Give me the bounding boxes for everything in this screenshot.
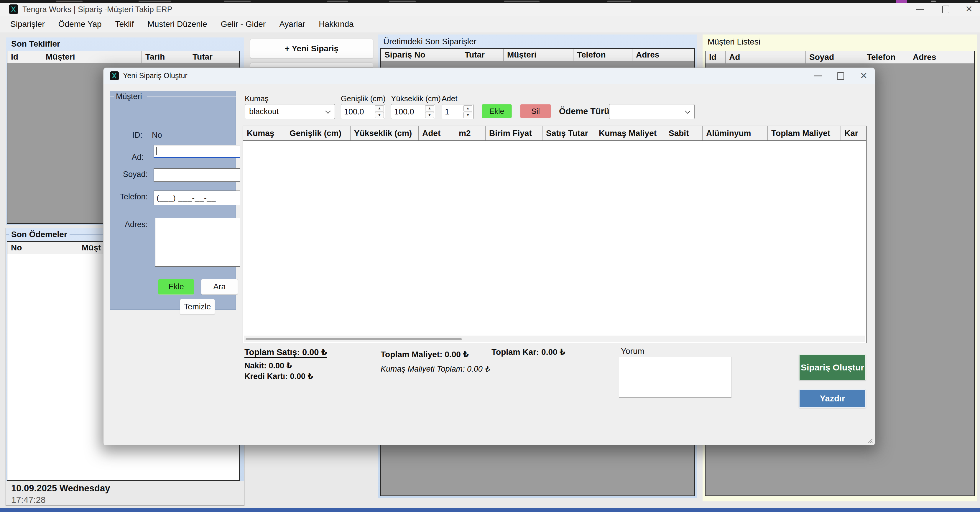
dialog-maximize-button[interactable] <box>831 69 850 82</box>
strip-smudge <box>138 1 171 2</box>
soyad-input[interactable] <box>154 168 240 182</box>
adres-label: Adres: <box>116 220 148 229</box>
musteri-ekle-button[interactable]: Ekle <box>158 279 194 295</box>
musteri-group-title: Müşteri <box>116 92 142 101</box>
telefon-label: Telefon: <box>114 192 148 201</box>
window-title: Tengra Works | Sipariş -Müşteri Takip ER… <box>22 5 172 14</box>
scrollbar-thumb[interactable] <box>246 338 462 340</box>
col-header[interactable]: Ad <box>725 51 806 64</box>
menu-odeme-yap[interactable]: Ödeme Yap <box>52 16 108 32</box>
adet-value: 1 <box>445 107 449 116</box>
menu-musteri-duzenle[interactable]: Musteri Düzenle <box>141 16 214 32</box>
col-header[interactable]: Id <box>706 51 725 64</box>
minimize-icon <box>916 9 924 10</box>
strip-smudge <box>224 1 251 2</box>
menu-ayarlar[interactable]: Ayarlar <box>272 16 312 32</box>
taskbar[interactable] <box>0 508 980 512</box>
col-header[interactable]: Id <box>7 51 42 63</box>
col-header[interactable]: Yükseklik (cm) <box>350 126 418 140</box>
col-header[interactable]: Soyad <box>806 51 863 64</box>
col-header[interactable]: No <box>7 242 78 254</box>
close-button[interactable]: ✕ <box>960 3 979 16</box>
yukseklik-value: 100.0 <box>394 107 414 116</box>
dialog-close-button[interactable]: ✕ <box>855 69 873 82</box>
kumas-combobox[interactable]: blackout <box>245 104 335 119</box>
yukseklik-spinner[interactable]: 100.0 ▲▼ <box>391 104 435 119</box>
col-header[interactable]: Sabit <box>665 126 703 140</box>
adres-textarea[interactable] <box>155 218 240 267</box>
menu-hakkinda[interactable]: Hakkında <box>312 16 360 32</box>
maximize-button[interactable] <box>936 3 955 16</box>
musteri-groupbox: Müşteri ID: No Ad: Soyad: Telefon: (___)… <box>110 91 236 310</box>
musteri-ara-button[interactable]: Ara <box>201 279 238 295</box>
spin-up-icon[interactable]: ▲ <box>425 105 434 112</box>
panel-title-uretimdeki: Üretimdeki Son Siparişler <box>383 37 476 46</box>
spin-down-icon[interactable]: ▼ <box>463 112 473 118</box>
genislik-spinner[interactable]: 100.0 ▲▼ <box>341 104 385 119</box>
dialog-minimize-button[interactable] <box>808 69 827 82</box>
background-close-icon <box>975 1 978 2</box>
temizle-button[interactable]: Temizle <box>180 299 215 315</box>
kumas-label: Kumaş <box>245 94 269 103</box>
col-header[interactable]: Telefon <box>573 49 632 61</box>
partial-button[interactable] <box>250 62 373 67</box>
col-header[interactable]: Sipariş No <box>381 49 461 61</box>
odeme-turu-combobox[interactable] <box>609 104 695 119</box>
col-header[interactable]: Satış Tutar <box>542 126 595 140</box>
col-header[interactable]: Birim Fiyat <box>485 126 542 140</box>
col-header[interactable]: Genişlik (cm) <box>286 126 350 140</box>
odeme-turu-label: Ödeme Türü <box>559 107 609 116</box>
kumas-value: blackout <box>249 107 279 116</box>
genislik-label: Genişlik (cm) <box>341 94 386 103</box>
spin-down-icon[interactable]: ▼ <box>375 112 384 118</box>
adet-spinner[interactable]: 1 ▲▼ <box>442 104 474 119</box>
close-icon: ✕ <box>860 70 867 81</box>
menu-siparisler[interactable]: Siparişler <box>3 16 52 32</box>
col-header[interactable]: Kumaş <box>243 126 286 140</box>
id-value: No <box>152 131 162 140</box>
text-caret <box>156 147 157 155</box>
grid-horizontal-scrollbar[interactable] <box>244 336 865 342</box>
row-ekle-button[interactable]: Ekle <box>482 104 512 118</box>
ad-label: Ad: <box>119 153 143 162</box>
telefon-input[interactable]: (___) ___-__-__ <box>154 191 240 205</box>
yazdir-button[interactable]: Yazdır <box>799 389 866 408</box>
chevron-down-icon <box>685 108 690 113</box>
resize-grip[interactable] <box>867 437 873 443</box>
minimize-button[interactable] <box>910 3 929 16</box>
col-header[interactable]: Kar <box>841 126 866 140</box>
col-header[interactable]: Adet <box>418 126 455 140</box>
col-header[interactable]: Tarih <box>142 51 189 63</box>
col-header[interactable]: Kumaş Maliyet <box>595 126 665 140</box>
col-header[interactable]: Müşteri <box>42 51 142 63</box>
new-order-button[interactable]: + Yeni Sipariş <box>250 38 373 59</box>
col-header[interactable]: Toplam Maliyet <box>768 126 841 140</box>
row-sil-button[interactable]: Sil <box>520 104 551 118</box>
strip-smudge <box>56 1 83 2</box>
menu-teklif[interactable]: Teklif <box>108 16 141 32</box>
col-header[interactable]: Adres <box>909 51 974 64</box>
col-header[interactable]: Müşteri <box>504 49 573 61</box>
col-header[interactable]: Adres <box>632 49 694 61</box>
spin-up-icon[interactable]: ▲ <box>463 105 473 112</box>
col-header[interactable]: m2 <box>455 126 485 140</box>
status-date: 10.09.2025 Wednesday <box>11 483 110 494</box>
status-time: 17:47:28 <box>11 495 46 505</box>
dialog-titlebar[interactable]: Yeni Sipariş Oluştur ✕ <box>103 68 875 84</box>
col-header[interactable]: Tutar <box>189 51 239 63</box>
col-header[interactable]: Telefon <box>863 51 909 64</box>
toplam-satis-total: Toplam Satış: 0.00 ₺ <box>244 347 327 357</box>
spin-up-icon[interactable]: ▲ <box>375 105 384 112</box>
col-header[interactable]: Alüminyum <box>703 126 768 140</box>
menu-gelir-gider[interactable]: Gelir - Gider <box>214 16 272 32</box>
siparis-olustur-button[interactable]: Sipariş Oluştur <box>799 354 866 380</box>
background-maximize-icon <box>931 1 936 2</box>
ad-input[interactable] <box>154 145 240 158</box>
col-header[interactable]: Tutar <box>461 49 504 61</box>
new-order-dialog: Yeni Sipariş Oluştur ✕ Müşteri ID: No Ad… <box>103 67 875 445</box>
panel-title-musteri-listesi: Müşteri Listesi <box>708 37 760 46</box>
main-titlebar[interactable]: Tengra Works | Sipariş -Müşteri Takip ER… <box>0 3 980 16</box>
strip-smudge <box>607 1 631 2</box>
spin-down-icon[interactable]: ▼ <box>425 112 434 118</box>
yorum-textarea[interactable] <box>619 357 732 397</box>
